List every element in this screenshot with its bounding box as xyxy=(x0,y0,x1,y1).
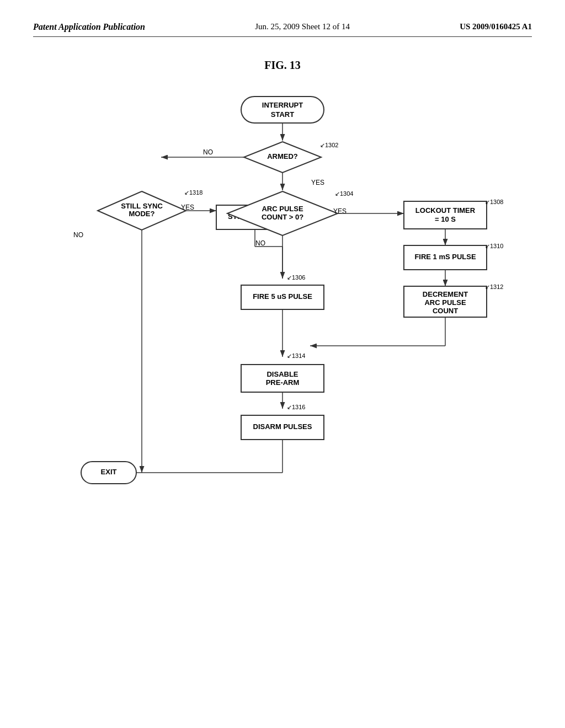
svg-text:NO: NO xyxy=(203,148,213,156)
svg-text:MODE?: MODE? xyxy=(129,210,155,218)
svg-text:= 10 S: = 10 S xyxy=(435,215,456,223)
figure-label: FIG. 13 xyxy=(264,59,301,72)
svg-text:YES: YES xyxy=(311,179,324,186)
diagram-container: FIG. 13 INTERRUPT START ARMED? ↙1302 xyxy=(45,59,520,666)
header-center: Jun. 25, 2009 Sheet 12 of 14 xyxy=(255,22,350,31)
svg-text:COUNT: COUNT xyxy=(433,307,458,315)
svg-rect-1 xyxy=(241,97,324,123)
svg-text:DISABLE: DISABLE xyxy=(266,370,298,378)
svg-text:PRE-ARM: PRE-ARM xyxy=(266,378,300,387)
svg-text:↙1316: ↙1316 xyxy=(287,404,305,410)
svg-text:FIRE 5 uS PULSE: FIRE 5 uS PULSE xyxy=(253,292,312,301)
svg-text:↙1304: ↙1304 xyxy=(335,190,353,197)
header-right: US 2009/0160425 A1 xyxy=(460,22,532,31)
header-left: Patent Application Publication xyxy=(33,22,145,32)
svg-text:↙1310: ↙1310 xyxy=(485,243,503,249)
svg-text:DISARM PULSES: DISARM PULSES xyxy=(253,422,312,431)
svg-text:COUNT > 0?: COUNT > 0? xyxy=(262,213,303,221)
svg-text:NO: NO xyxy=(255,239,265,247)
svg-text:↙1314: ↙1314 xyxy=(287,352,305,359)
svg-text:INTERRUPT: INTERRUPT xyxy=(262,101,303,109)
svg-text:YES: YES xyxy=(333,207,347,215)
page-header: Patent Application Publication Jun. 25, … xyxy=(33,22,532,37)
svg-text:FIRE 1 mS PULSE: FIRE 1 mS PULSE xyxy=(414,253,476,261)
svg-text:↙1318: ↙1318 xyxy=(184,189,202,196)
svg-text:ARC PULSE: ARC PULSE xyxy=(424,298,466,307)
svg-text:START: START xyxy=(271,110,294,119)
svg-text:LOCKOUT TIMER: LOCKOUT TIMER xyxy=(415,206,476,215)
svg-text:NO: NO xyxy=(73,231,83,239)
svg-text:ARMED?: ARMED? xyxy=(267,152,298,160)
flowchart-svg: INTERRUPT START ARMED? ↙1302 NO YES STIL… xyxy=(45,76,520,660)
svg-text:↙1308: ↙1308 xyxy=(485,199,503,205)
svg-text:ARC PULSE: ARC PULSE xyxy=(262,205,303,213)
svg-text:EXIT: EXIT xyxy=(101,468,117,476)
svg-text:YES: YES xyxy=(181,204,194,211)
svg-text:↙1302: ↙1302 xyxy=(320,142,338,148)
svg-text:↙1306: ↙1306 xyxy=(287,274,305,281)
svg-text:↙1312: ↙1312 xyxy=(485,283,503,290)
svg-text:STILL SYNC: STILL SYNC xyxy=(121,202,163,210)
svg-text:DECREMENT: DECREMENT xyxy=(423,290,468,298)
page: Patent Application Publication Jun. 25, … xyxy=(0,0,565,728)
